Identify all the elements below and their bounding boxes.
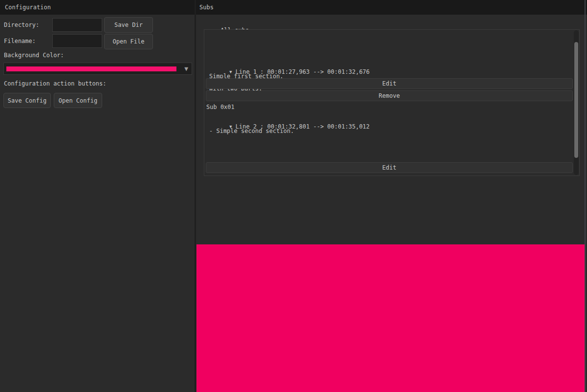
subs-window: Subs ▼All subs ▼Line 1 : 00:01:27,963 --… [196,0,587,392]
scrollbar-thumb[interactable] [574,42,578,158]
configuration-window: Configuration Directory: /run/media/zn S… [0,0,196,392]
scrollbar-track[interactable] [574,30,579,175]
filename-input[interactable]: simple.srt [52,34,102,48]
line-2-edit-button[interactable]: Edit [206,162,573,173]
filename-label: Filename: [4,38,36,45]
background-color-combo[interactable]: ▼ [3,63,192,75]
background-color-preview [196,244,585,392]
line-1-edit-button[interactable]: Edit [206,78,573,89]
save-config-button[interactable]: Save Config [3,93,51,108]
open-file-button[interactable]: Open File [104,34,153,49]
subs-list-child: ▼Line 1 : 00:01:27,963 --> 00:01:32,676 … [204,29,580,176]
directory-label: Directory: [4,22,39,29]
directory-input[interactable]: /run/media/zn [52,18,102,32]
subs-title: Subs [199,0,214,15]
sub-id-label: Sub 0x01 [206,104,235,111]
configuration-titlebar[interactable]: Configuration [0,0,196,15]
color-swatch [6,66,176,71]
subs-titlebar[interactable]: Subs [196,0,587,15]
save-dir-button[interactable]: Save Dir [104,17,153,33]
line-1-remove-button[interactable]: Remove [206,90,573,101]
line-2-text-1: - Simple second section. [209,128,294,135]
action-buttons-label: Configuration action buttons: [4,80,107,87]
open-config-button[interactable]: Open Config [54,93,102,108]
configuration-title: Configuration [5,0,51,15]
background-color-label: Background Color: [4,52,64,59]
window-right-border[interactable] [585,0,586,392]
chevron-down-icon[interactable]: ▼ [184,65,188,73]
